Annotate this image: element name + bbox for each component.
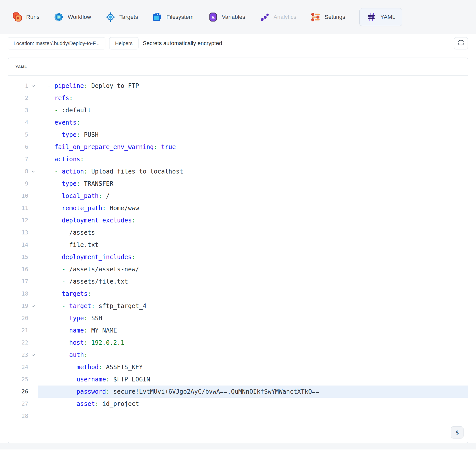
fold-spacer — [28, 288, 38, 300]
code-text: - type: PUSH — [38, 129, 468, 141]
line-number: 14 — [8, 239, 28, 251]
fold-spacer — [28, 275, 38, 288]
location-button[interactable]: Location: master/.buddy/Deploy-to-F... — [8, 37, 105, 49]
fold-spacer — [28, 129, 38, 141]
nav-item-label: Variables — [222, 14, 245, 20]
nav-item-settings[interactable]: Settings — [311, 12, 345, 22]
nav-item-filesystem[interactable]: Filesystem — [152, 12, 193, 22]
code-line-27[interactable]: 27 asset: id_project — [8, 398, 468, 410]
code-line-7[interactable]: 7 actions: — [8, 153, 468, 165]
line-number: 23 — [8, 349, 28, 361]
analytics-icon — [259, 12, 270, 22]
code-text: type: SSH — [38, 312, 468, 324]
code-line-14[interactable]: 14 - file.txt — [8, 239, 468, 251]
code-text: asset: id_project — [38, 398, 468, 410]
code-line-9[interactable]: 9 type: TRANSFER — [8, 178, 468, 190]
line-number: 8 — [8, 165, 28, 178]
fold-spacer — [28, 263, 38, 275]
code-text: fail_on_prepare_env_warning: true — [38, 141, 468, 153]
nav-item-analytics[interactable]: Analytics — [259, 12, 296, 22]
fullscreen-icon — [457, 39, 465, 48]
fold-spacer — [28, 386, 38, 398]
code-line-22[interactable]: 22 host: 192.0.2.1 — [8, 337, 468, 349]
line-number: 10 — [8, 190, 28, 202]
code-line-28[interactable]: 28 — [8, 410, 468, 422]
fold-spacer — [28, 251, 38, 263]
code-text: - /assets — [38, 227, 468, 239]
line-number: 1 — [8, 80, 28, 92]
code-line-5[interactable]: 5 - type: PUSH — [8, 129, 468, 141]
fold-chevron-icon[interactable] — [28, 80, 38, 92]
fold-chevron-icon[interactable] — [28, 300, 38, 312]
code-line-3[interactable]: 3 - :default — [8, 104, 468, 116]
nav-item-runs[interactable]: Runs — [12, 12, 39, 22]
code-line-20[interactable]: 20 type: SSH — [8, 312, 468, 324]
code-line-16[interactable]: 16 - /assets/assets-new/ — [8, 263, 468, 275]
code-line-17[interactable]: 17 - /assets/file.txt — [8, 275, 468, 288]
nav-item-workflow[interactable]: Workflow — [54, 12, 91, 22]
code-line-10[interactable]: 10 local_path: / — [8, 190, 468, 202]
yaml-panel-header: YAML — [8, 58, 468, 76]
nav-item-label: Workflow — [68, 14, 91, 20]
nav-item-label: Settings — [325, 14, 345, 20]
code-line-23[interactable]: 23 auth: — [8, 349, 468, 361]
code-text: deployment_includes: — [38, 251, 468, 263]
yaml-code-editor[interactable]: 1- pipeline: Deploy to FTP2 refs:3 - :de… — [8, 76, 468, 443]
insert-variable-button[interactable]: $ — [451, 426, 464, 439]
code-line-4[interactable]: 4 events: — [8, 116, 468, 129]
fold-spacer — [28, 227, 38, 239]
fold-chevron-icon[interactable] — [28, 165, 38, 178]
code-line-1[interactable]: 1- pipeline: Deploy to FTP — [8, 80, 468, 92]
code-line-26[interactable]: 26 password: secure!LvtMUvi+6VJgo2AyC/bv… — [8, 386, 468, 398]
fold-spacer — [28, 153, 38, 165]
fold-spacer — [28, 178, 38, 190]
nav-item-yaml[interactable]: YAML — [359, 8, 402, 26]
fold-spacer — [28, 312, 38, 324]
line-number: 17 — [8, 275, 28, 288]
code-line-11[interactable]: 11 remote_path: Home/www — [8, 202, 468, 214]
yaml-panel: YAML 1- pipeline: Deploy to FTP2 refs:3 … — [8, 58, 468, 443]
code-text: - :default — [38, 104, 468, 116]
page-bottom-strip — [0, 443, 476, 449]
helpers-button[interactable]: Helpers — [109, 37, 138, 49]
code-line-15[interactable]: 15 deployment_includes: — [8, 251, 468, 263]
code-text: refs: — [38, 92, 468, 104]
code-line-19[interactable]: 19 - target: sftp_target_4 — [8, 300, 468, 312]
code-text: - /assets/assets-new/ — [38, 263, 468, 275]
code-text: type: TRANSFER — [38, 178, 468, 190]
code-line-2[interactable]: 2 refs: — [8, 92, 468, 104]
nav-item-label: Filesystem — [166, 14, 193, 20]
line-number: 5 — [8, 129, 28, 141]
fold-spacer — [28, 373, 38, 386]
fold-spacer — [28, 361, 38, 373]
workflow-icon — [54, 12, 64, 22]
panel-title: YAML — [16, 64, 27, 69]
fold-chevron-icon[interactable] — [28, 349, 38, 361]
code-line-6[interactable]: 6 fail_on_prepare_env_warning: true — [8, 141, 468, 153]
filesystem-icon — [152, 12, 162, 22]
nav-item-targets[interactable]: Targets — [105, 12, 138, 22]
fold-spacer — [28, 337, 38, 349]
code-line-21[interactable]: 21 name: MY NAME — [8, 324, 468, 337]
line-number: 25 — [8, 373, 28, 386]
line-number: 26 — [8, 386, 28, 398]
code-line-18[interactable]: 18 targets: — [8, 288, 468, 300]
fullscreen-button[interactable] — [454, 37, 468, 49]
nav-item-label: YAML — [380, 14, 395, 20]
code-line-8[interactable]: 8 - action: Upload files to localhost — [8, 165, 468, 178]
line-number: 4 — [8, 116, 28, 129]
code-line-24[interactable]: 24 method: ASSETS_KEY — [8, 361, 468, 373]
fold-spacer — [28, 398, 38, 410]
fold-spacer — [28, 239, 38, 251]
line-number: 16 — [8, 263, 28, 275]
line-number: 6 — [8, 141, 28, 153]
settings-icon — [311, 12, 321, 22]
code-line-25[interactable]: 25 username: $FTP_LOGIN — [8, 373, 468, 386]
code-line-12[interactable]: 12 deployment_excludes: — [8, 214, 468, 227]
line-number: 28 — [8, 410, 28, 422]
code-text: - pipeline: Deploy to FTP — [38, 80, 468, 92]
code-text: - /assets/file.txt — [38, 275, 468, 288]
code-line-13[interactable]: 13 - /assets — [8, 227, 468, 239]
code-text: targets: — [38, 288, 468, 300]
nav-item-variables[interactable]: $ Variables — [208, 12, 245, 22]
